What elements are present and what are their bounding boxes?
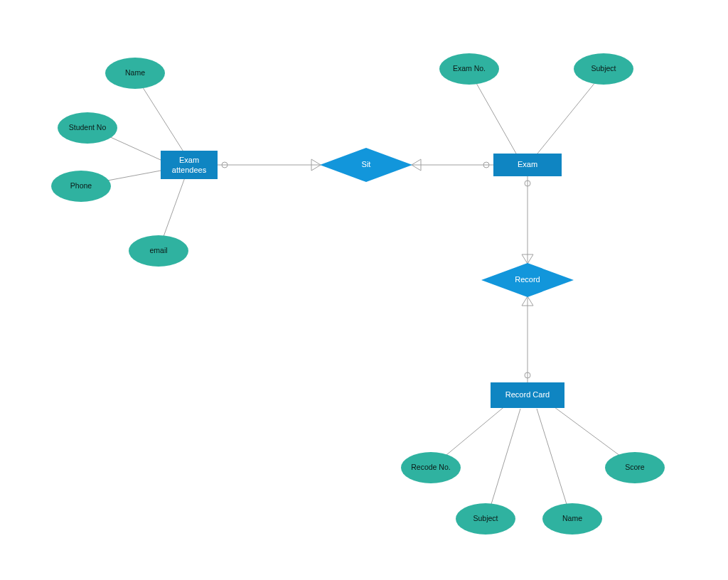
entity-exam-label: Exam: [518, 160, 537, 168]
line-ea-name: [140, 83, 186, 155]
relationship-sit-label: Sit: [362, 160, 371, 168]
entity-exam-attendees: Exam attendees: [161, 151, 218, 179]
attr-rc-name-label: Name: [562, 514, 582, 522]
attr-ea-studentno: Student No: [58, 112, 117, 144]
er-diagram-canvas: Name Student No Phone email Exam No. Sub…: [0, 0, 728, 580]
attr-rc-subject: Subject: [456, 503, 515, 535]
line-rc-score: [552, 405, 628, 462]
attr-rc-recodeno-label: Recode No.: [411, 463, 450, 471]
link-record-recordcard: [522, 296, 533, 382]
link-exam-record: [522, 176, 533, 264]
attr-ex-subject-label: Subject: [591, 64, 616, 72]
attr-rc-name: Name: [542, 503, 602, 535]
attr-ea-name: Name: [105, 58, 165, 89]
attr-ex-subject: Subject: [574, 53, 633, 85]
attr-ea-phone-label: Phone: [70, 181, 92, 190]
line-rc-recodeno: [438, 405, 506, 462]
attr-rc-score-label: Score: [625, 463, 645, 471]
relationship-record-label: Record: [515, 275, 540, 284]
link-attendees-sit: [218, 159, 321, 171]
attr-rc-subject-label: Subject: [473, 514, 498, 522]
line-rc-subject: [489, 409, 520, 511]
line-ex-subject: [537, 78, 599, 154]
link-sit-exam: [412, 159, 493, 171]
entity-record-card-label: Record Card: [505, 390, 550, 399]
entity-exam-attendees-label2: attendees: [172, 166, 207, 174]
relationship-sit: Sit: [320, 148, 412, 182]
attr-ea-phone: Phone: [51, 171, 111, 202]
relationship-record: Record: [481, 263, 574, 297]
line-ea-email: [161, 178, 185, 242]
attr-rc-recodeno: Recode No.: [401, 452, 461, 483]
attr-rc-score: Score: [605, 452, 665, 483]
attr-ex-examno-label: Exam No.: [453, 64, 486, 72]
entity-exam: Exam: [493, 154, 562, 176]
attr-ea-email-label: email: [149, 246, 167, 254]
entity-record-card: Record Card: [491, 382, 564, 408]
attr-ea-studentno-label: Student No: [69, 123, 107, 131]
attr-ea-email: email: [129, 235, 188, 267]
entity-exam-attendees-label1: Exam: [179, 156, 199, 164]
line-ex-examno: [473, 78, 516, 154]
attr-ea-name-label: Name: [125, 68, 145, 77]
line-rc-name: [537, 409, 569, 511]
attr-ex-examno: Exam No.: [439, 53, 499, 85]
